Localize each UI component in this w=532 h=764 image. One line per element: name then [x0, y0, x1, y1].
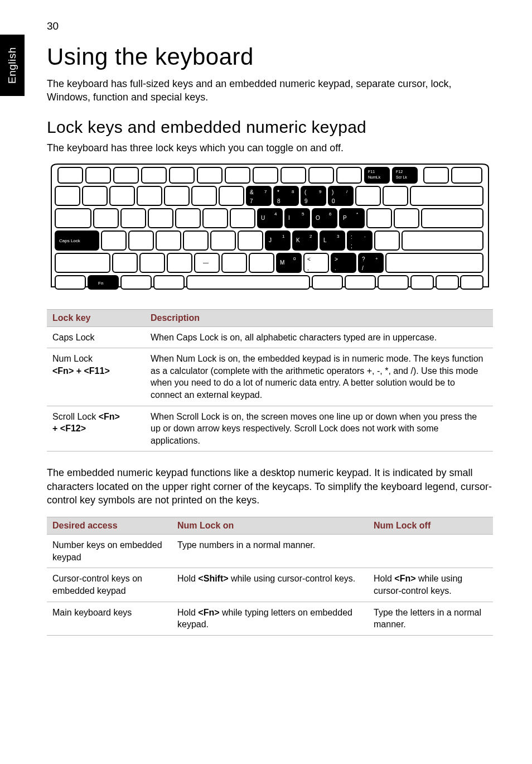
table-header: Lock key: [47, 309, 145, 326]
svg-rect-25: [219, 186, 244, 205]
svg-rect-65: [394, 209, 419, 228]
svg-text:2: 2: [309, 234, 312, 239]
svg-text:<: <: [307, 256, 311, 262]
svg-text:—: —: [203, 260, 209, 266]
language-tab: English: [0, 35, 25, 96]
svg-rect-8: [281, 167, 306, 183]
svg-rect-50: [203, 209, 228, 228]
svg-rect-119: [345, 276, 375, 289]
svg-rect-21: [110, 186, 134, 205]
svg-rect-120: [378, 276, 408, 289]
svg-rect-1: [86, 167, 110, 183]
svg-rect-66: [422, 209, 483, 228]
cell-desc: When Num Lock is on, the embedded keypad…: [145, 348, 493, 406]
svg-text:NumLk: NumLk: [368, 175, 381, 179]
svg-rect-2: [114, 167, 138, 183]
cell-key: Scroll Lock <Fn>+ <F12>: [47, 406, 145, 451]
table-row: Main keyboard keys Hold <Fn> while typin…: [47, 602, 493, 635]
svg-rect-71: [156, 231, 181, 250]
table-row: Number keys on embedded keypad Type numb…: [47, 535, 493, 568]
svg-rect-112: [55, 276, 85, 289]
svg-text:3: 3: [337, 234, 340, 239]
intro-paragraph: The keyboard has full-sized keys and an …: [47, 77, 493, 104]
svg-text:M: M: [280, 260, 284, 266]
svg-rect-22: [137, 186, 162, 205]
svg-text:): ): [332, 189, 333, 195]
table-header: Num Lock off: [368, 517, 493, 535]
svg-text:+: +: [375, 256, 378, 261]
svg-text:0: 0: [293, 256, 296, 261]
svg-rect-4: [170, 167, 194, 183]
cell: Main keyboard keys: [47, 602, 172, 635]
svg-rect-111: [386, 253, 483, 272]
svg-text:F12: F12: [396, 170, 403, 174]
svg-rect-0: [58, 167, 83, 183]
page-number: 30: [47, 20, 493, 32]
cell: Number keys on embedded keypad: [47, 535, 172, 568]
svg-rect-97: [249, 253, 274, 272]
svg-rect-118: [312, 276, 342, 289]
svg-rect-96: [222, 253, 246, 272]
svg-rect-19: [55, 186, 80, 205]
svg-rect-69: [101, 231, 126, 250]
cell: Hold <Fn> while typing letters on embedd…: [172, 602, 368, 635]
svg-rect-20: [83, 186, 107, 205]
svg-rect-72: [183, 231, 208, 250]
cell: Type the letters in a normal manner.: [368, 602, 493, 635]
svg-rect-18: [452, 167, 482, 183]
svg-rect-7: [253, 167, 278, 183]
svg-text:Fn: Fn: [98, 281, 103, 286]
svg-text:Caps Lock: Caps Lock: [59, 238, 81, 243]
svg-text:I: I: [288, 215, 290, 221]
svg-rect-64: [367, 209, 391, 228]
svg-rect-24: [192, 186, 216, 205]
svg-text:&: &: [250, 189, 254, 195]
svg-rect-51: [230, 209, 255, 228]
svg-rect-47: [121, 209, 146, 228]
svg-text:Scr Lk: Scr Lk: [396, 175, 407, 179]
svg-text:1: 1: [282, 234, 285, 239]
svg-text:P: P: [343, 215, 347, 221]
cell: Cursor-control keys on embedded keypad: [47, 568, 172, 602]
svg-text:9: 9: [319, 189, 322, 194]
svg-text:L: L: [323, 237, 327, 243]
svg-rect-123: [461, 276, 483, 289]
svg-text:F11: F11: [368, 170, 375, 174]
svg-text:4: 4: [274, 212, 277, 217]
svg-text:7: 7: [264, 189, 267, 194]
svg-text:,: ,: [307, 265, 309, 271]
svg-text:>: >: [335, 256, 338, 262]
svg-rect-3: [142, 167, 166, 183]
svg-text:;: ;: [351, 243, 352, 249]
svg-rect-23: [165, 186, 189, 205]
table-header: Description: [145, 309, 493, 326]
svg-text:?: ?: [362, 256, 365, 262]
keyboard-icon: .kline{fill:none;stroke:#000;stroke-widt…: [47, 162, 493, 290]
cell: Type numbers in a normal manner.: [172, 535, 368, 568]
svg-rect-121: [411, 276, 433, 289]
page-title: Using the keyboard: [47, 44, 493, 70]
cell: Hold <Shift> while using cursor-control …: [172, 568, 368, 602]
svg-text:0: 0: [332, 198, 335, 204]
table-row: Num Lock<Fn> + <F11> When Num Lock is on…: [47, 348, 493, 406]
cell: Hold <Fn> while using cursor-control key…: [368, 568, 493, 602]
table-row: Caps Lock When Caps Lock is on, all alph…: [47, 326, 493, 348]
table-row: Cursor-control keys on embedded keypad H…: [47, 568, 493, 602]
cell-key: Num Lock<Fn> + <F11>: [47, 348, 145, 406]
svg-text:7: 7: [250, 198, 253, 204]
svg-rect-42: [356, 186, 380, 205]
svg-rect-122: [436, 276, 458, 289]
svg-text:8: 8: [277, 198, 280, 204]
lock-key-table: Lock key Description Caps Lock When Caps…: [47, 309, 493, 452]
svg-rect-91: [113, 253, 137, 272]
table-header: Desired access: [47, 517, 172, 535]
svg-text:5: 5: [302, 212, 304, 217]
cell-key: Caps Lock: [47, 326, 145, 348]
svg-text:6: 6: [329, 212, 332, 217]
svg-rect-45: [55, 209, 91, 228]
svg-text:K: K: [296, 237, 300, 243]
svg-text:9: 9: [304, 198, 308, 204]
svg-rect-43: [383, 186, 408, 205]
svg-rect-17: [424, 167, 448, 183]
svg-rect-48: [148, 209, 173, 228]
